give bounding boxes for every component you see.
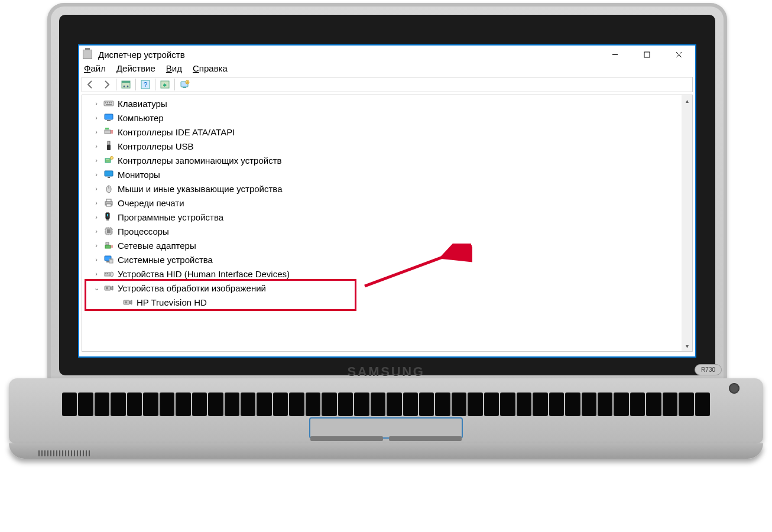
laptop-front-edge [9,443,763,459]
display-icon [103,169,114,180]
help-button[interactable]: ? [138,78,153,91]
tree-item[interactable]: ›Контроллеры запоминающих устройств [82,153,682,167]
toolbar: ? [82,77,693,92]
device-tree-panel: ›Клавиатуры›Компьютер›Контроллеры IDE AT… [82,95,693,352]
svg-rect-2 [122,81,130,83]
vent-icon [38,450,92,456]
svg-rect-41 [106,261,109,262]
device-manager-window: Диспетчер устройств Файл Дейст [79,46,695,356]
toolbar-container: ? [79,76,695,93]
vertical-scrollbar[interactable]: ▴ ▾ [682,95,692,351]
svg-rect-20 [105,128,109,129]
tree-item[interactable]: ›Процессоры [82,224,682,238]
svg-rect-37 [107,229,111,233]
properties-button[interactable] [119,78,133,91]
tree-item[interactable]: ›Мыши и иные указывающие устройства [82,181,682,196]
camera-icon [122,297,133,307]
monitor-icon [103,112,114,123]
menu-file[interactable]: Файл [84,63,106,73]
tree-item[interactable]: ›Компьютер [82,111,682,125]
chevron-right-icon[interactable]: › [93,142,100,150]
chevron-right-icon[interactable]: › [93,114,100,121]
menu-view[interactable]: Вид [166,63,182,73]
tree-item[interactable]: ›Мониторы [82,167,682,181]
svg-rect-34 [107,214,108,216]
menu-help[interactable]: Справка [193,63,228,73]
svg-rect-35 [106,219,109,220]
svg-rect-38 [105,245,111,248]
chevron-down-icon[interactable]: ⌄ [93,284,100,292]
software-icon [103,212,114,222]
chevron-right-icon[interactable]: › [93,228,100,235]
tree-item[interactable]: ›Сетевые адаптеры [82,238,682,252]
nav-forward-button[interactable] [99,78,113,91]
svg-point-3 [124,86,125,87]
hid-icon [103,268,114,279]
keyboard [62,392,710,416]
tree-item[interactable]: ›Клавиатуры [82,96,682,111]
svg-point-4 [127,86,129,87]
svg-rect-44 [110,261,112,261]
scroll-up-button[interactable]: ▴ [682,95,692,106]
menu-bar: Файл Действие Вид Справка [79,63,695,76]
tree-item[interactable]: ›Программные устройства [82,210,682,224]
svg-rect-43 [110,259,112,260]
tree-item-label: HP Truevision HD [137,297,207,307]
scan-hardware-button[interactable] [158,78,172,91]
storage-icon [103,155,114,166]
tree-item[interactable]: ›Контроллеры IDE ATA/ATAPI [82,125,682,139]
svg-rect-39 [106,242,109,245]
tree-item-label: Устройства обработки изображений [118,283,266,293]
chevron-right-icon[interactable]: › [93,242,100,249]
camera-icon [103,283,114,293]
system-icon [103,254,114,265]
tree-item[interactable]: ›Устройства HID (Human Interface Devices… [82,267,682,281]
tree-item-label: Контроллеры IDE ATA/ATAPI [118,127,235,137]
svg-rect-22 [107,145,111,150]
chevron-right-icon[interactable]: › [93,213,100,220]
printer-icon [103,197,114,208]
svg-rect-12 [105,102,106,103]
chevron-right-icon[interactable]: › [93,185,100,192]
tree-item[interactable]: ›Контроллеры USB [82,139,682,153]
svg-rect-45 [105,273,110,276]
menu-action[interactable]: Действие [116,63,155,73]
svg-rect-19 [105,130,111,134]
show-hidden-button[interactable] [177,78,192,91]
usb-icon [103,141,114,151]
chevron-right-icon[interactable]: › [93,256,100,263]
maximize-button[interactable] [634,46,660,63]
device-tree[interactable]: ›Клавиатуры›Компьютер›Контроллеры IDE AT… [82,95,682,351]
chevron-right-icon[interactable]: › [93,128,100,135]
chevron-right-icon[interactable]: › [93,270,100,277]
tree-item[interactable]: ›Системные устройства [82,252,682,267]
svg-rect-25 [106,160,109,160]
chevron-right-icon[interactable]: › [93,171,100,178]
tree-item-label: Очереди печати [118,198,184,208]
chevron-right-icon[interactable]: › [93,157,100,164]
tree-item-label: Клавиатуры [118,99,167,109]
minimize-button[interactable] [602,46,628,63]
network-icon [103,240,114,251]
scroll-down-button[interactable]: ▾ [682,340,692,351]
svg-rect-17 [105,114,113,119]
svg-rect-26 [105,171,113,176]
svg-rect-14 [109,102,110,103]
app-icon [83,50,92,59]
svg-text:?: ? [144,81,147,88]
title-bar: Диспетчер устройств [79,46,695,63]
mouse-icon [103,183,114,194]
nav-back-button[interactable] [83,78,98,91]
chevron-right-icon[interactable]: › [93,199,100,206]
svg-rect-32 [106,204,111,206]
svg-rect-15 [111,102,112,103]
svg-point-52 [125,301,127,304]
chevron-right-icon[interactable]: › [93,100,100,107]
tree-item[interactable]: ⌄Устройства обработки изображений [82,281,682,295]
laptop-base: SAMSUNG R730 [9,378,763,443]
keyboard-icon [103,98,114,109]
tree-item[interactable]: ›Очереди печати [82,196,682,210]
toolbar-separator [155,79,155,90]
tree-child-item[interactable]: HP Truevision HD [82,295,682,309]
close-button[interactable] [666,46,692,63]
